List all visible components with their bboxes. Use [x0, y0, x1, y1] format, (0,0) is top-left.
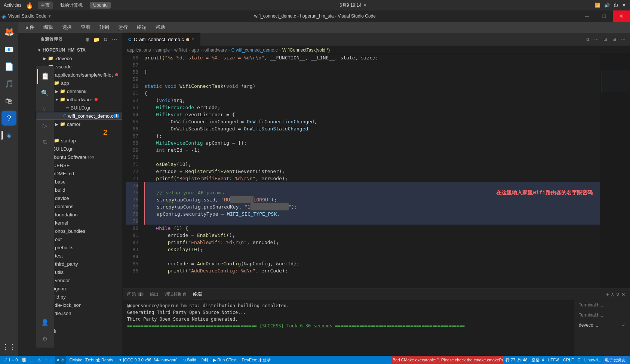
gcc-status[interactable]: ✦ [GCC 9.3.0 x86_64-linux-gnu]	[117, 358, 179, 363]
breadcrumb-item-1[interactable]: sample	[155, 47, 170, 53]
status-branch-icon[interactable]: ⑀ 1 ∧ 0	[3, 356, 19, 364]
menu-edit[interactable]: 编辑	[40, 22, 57, 32]
status-warning-icon[interactable]: ⚠	[36, 356, 43, 364]
status-upload-icon[interactable]: ↑	[43, 356, 49, 364]
tab-modified-dot	[186, 38, 189, 41]
split-right-icon[interactable]: ⊟	[611, 36, 618, 43]
status-language[interactable]: C	[576, 356, 582, 364]
annotation-text: 在这里输入家里wifi路由器的名字跟密码	[496, 189, 593, 196]
breadcrumb-item-3[interactable]: app	[191, 47, 199, 53]
status-download-icon[interactable]: ↓	[49, 356, 55, 364]
window-controls: ─ □ ✕	[578, 10, 630, 22]
panel-tab-output[interactable]: 输出	[150, 290, 159, 299]
cmake-status[interactable]: CMake: [Debug]; Ready	[68, 358, 114, 362]
menu-goto[interactable]: 转到	[96, 22, 113, 32]
tree-item-deveco[interactable]: ▶ 📁 .deveco	[36, 54, 123, 62]
collapse-icon[interactable]: ⋯	[111, 36, 118, 43]
home-btn[interactable]: 主页	[38, 1, 53, 9]
code-content[interactable]: printf("%s %d, state = %X, size = %d\r\n…	[141, 54, 600, 289]
vscode-activity-icon[interactable]: ◈	[1, 128, 16, 143]
status-bar: ⑀ 1 ∧ 0 🔃 ⊕ ⚠ ↑ ↓ ✕ ⚠ CMake: [Debug]; Re…	[0, 356, 630, 364]
panel-tab-problems[interactable]: 问题 1	[127, 290, 144, 299]
volume-icon[interactable]: 🔊	[604, 3, 610, 8]
music-icon[interactable]: 🎵	[1, 76, 16, 91]
deveco-status[interactable]: DevEco: 未登录	[240, 357, 273, 363]
panel-actions: + ∧ ∨ ✕	[606, 291, 626, 297]
explorer-activity-icon[interactable]: 📋	[37, 69, 52, 84]
minimize-btn[interactable]: ─	[578, 10, 596, 22]
more-tabs-icon[interactable]: ⋯	[620, 36, 627, 43]
panel-tab-terminal[interactable]: 终端	[193, 290, 202, 299]
network-icon[interactable]: 📶	[595, 3, 600, 8]
help-icon[interactable]: ?	[1, 111, 16, 126]
menu-run[interactable]: 运行	[114, 22, 132, 32]
breadcrumb-item-6[interactable]: WifiConnectTask(void *)	[282, 47, 330, 53]
ubuntu-btn[interactable]: Ubuntu	[90, 2, 111, 9]
my-computer-btn[interactable]: 我的计算机	[57, 1, 86, 9]
status-add-icon[interactable]: ⊕	[29, 356, 35, 364]
split-editor-icon[interactable]: ⧉	[584, 36, 591, 43]
breadcrumb-item-4[interactable]: iothardware	[203, 47, 227, 53]
status-spaces[interactable]: 空格: 4	[530, 356, 546, 364]
refresh-icon[interactable]: ↻	[102, 36, 109, 43]
sidebar-header: 资源管理器 ⊕ 📁 ↻ ⋯	[36, 33, 123, 46]
status-eol[interactable]: CRLF	[562, 356, 575, 364]
breadcrumb-item-2[interactable]: wifi-iot	[174, 47, 187, 53]
code-line-71: osDelay(10);	[144, 161, 600, 168]
status-error-msg[interactable]: Bad CMake executable: ''. Please check t…	[391, 356, 503, 364]
status-error-badge[interactable]: ✕ ⚠	[55, 356, 66, 364]
status-encoding[interactable]: UTF-8	[546, 356, 561, 364]
appstore-icon[interactable]: 🛍	[1, 93, 16, 108]
panel-tab-debug[interactable]: 调试控制台	[165, 290, 187, 299]
new-file-icon[interactable]: ⊕	[84, 36, 91, 43]
run-ctest-btn[interactable]: ▶ Run CTest	[212, 358, 238, 363]
power-icon[interactable]: ⏻	[614, 3, 618, 8]
maximize-btn[interactable]: □	[596, 10, 613, 22]
menu-file[interactable]: 文件	[21, 22, 38, 32]
more-actions-icon[interactable]: ⋯	[593, 36, 600, 43]
menu-help[interactable]: 帮助	[152, 22, 169, 32]
arrow-icon[interactable]: ▼	[622, 3, 626, 8]
editor-tab-active[interactable]: C C wifi_connect_demo.c ✕	[123, 33, 200, 46]
status-line-col[interactable]: 行 77, 列 48	[504, 356, 529, 364]
code-line-86: printf("AddDeviceConfig: %d\n", errCode)…	[144, 267, 600, 274]
extensions-activity-icon[interactable]: ⧉	[37, 135, 52, 149]
new-folder-icon[interactable]: 📁	[93, 36, 100, 43]
menu-view[interactable]: 查看	[77, 22, 94, 32]
search-activity-icon[interactable]: 🔍	[37, 85, 52, 100]
account-activity-icon[interactable]: 👤	[37, 315, 52, 330]
right-panel-tab-1[interactable]: Terminal:h...	[574, 310, 630, 320]
code-line-56: printf("%s %d, state = %X, size = %d\r\n…	[144, 54, 600, 61]
vscode-dropdown[interactable]: ▼	[48, 14, 52, 18]
status-brand[interactable]: 电子发烧友	[603, 356, 627, 364]
breadcrumb-item-5[interactable]: C wifi_connect_demo.c	[231, 47, 278, 53]
vscode-icon: ◈	[1, 13, 6, 20]
panel-down-btn[interactable]: ∨	[616, 291, 620, 297]
menu-terminal[interactable]: 终端	[133, 22, 150, 32]
panel-add-btn[interactable]: +	[606, 291, 609, 297]
panel-up-btn[interactable]: ∧	[611, 291, 614, 297]
status-linux[interactable]: Linux-d...	[583, 356, 603, 364]
terminal-line-2: Third Party Open Source Notice generated…	[127, 316, 569, 323]
mail-icon[interactable]: 📧	[1, 42, 16, 57]
menu-select[interactable]: 选择	[58, 22, 76, 32]
firefox-icon[interactable]: 🦊	[1, 25, 16, 40]
apps-grid-icon[interactable]: ⋮⋮	[1, 339, 16, 354]
breadcrumb-item-0[interactable]: applications	[127, 47, 151, 53]
status-sync-icon[interactable]: 🔃	[20, 356, 28, 364]
files-icon[interactable]: 📄	[1, 59, 16, 74]
debug-activity-icon[interactable]: ▷	[37, 118, 52, 133]
build-btn[interactable]: ⊕ Build	[181, 358, 198, 363]
toggle-panel-icon[interactable]: ⊡	[602, 36, 609, 43]
right-panel-tab-2[interactable]: deveco:... ✓	[574, 320, 630, 330]
breadcrumb-sep-0: ›	[152, 47, 154, 53]
tree-root[interactable]: ▼ HOPERUN_HM_STA	[36, 46, 123, 54]
menubar: 文件 编辑 选择 查看 转到 运行 终端 帮助	[18, 22, 630, 33]
close-btn[interactable]: ✕	[613, 10, 630, 22]
tab-close-icon[interactable]: ✕	[191, 37, 194, 41]
tree-item-wifi-demo[interactable]: C wifi_connect_demo.c 1	[36, 112, 123, 120]
activities-label[interactable]: Activities	[4, 3, 21, 8]
panel-close-btn[interactable]: ✕	[621, 291, 626, 297]
right-panel-tab-0[interactable]: Terminal:h...	[574, 300, 630, 310]
settings-activity-icon[interactable]: ⚙	[37, 331, 52, 346]
